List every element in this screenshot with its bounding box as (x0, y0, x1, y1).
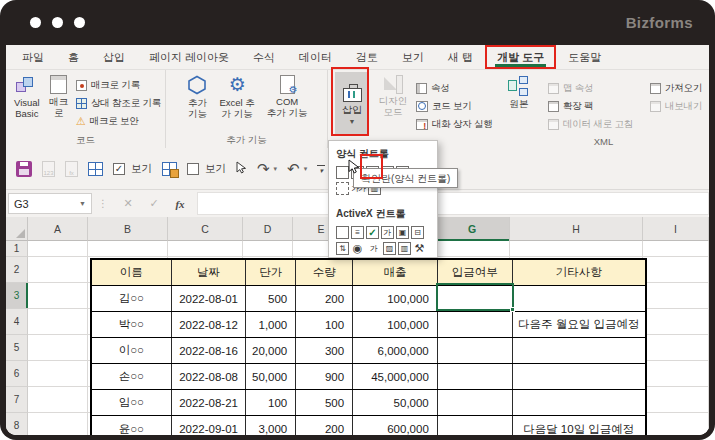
table-header-cell[interactable]: 이름 (92, 260, 172, 285)
ribbon-tab[interactable]: 데이터 (287, 45, 344, 69)
grid-cell[interactable] (510, 241, 643, 257)
table-cell[interactable]: 이○○ (92, 338, 172, 363)
ribbon-tab[interactable]: 보기 (390, 45, 436, 69)
table-cell[interactable]: 300 (296, 338, 353, 363)
table-cell[interactable]: 손○○ (92, 364, 172, 389)
select-cursor-icon[interactable] (236, 160, 247, 178)
ribbon-tab[interactable]: 파일 (10, 45, 56, 69)
row-header[interactable]: 4 (6, 309, 28, 335)
grid-cell[interactable] (243, 241, 293, 257)
row-header[interactable]: 5 (6, 335, 28, 361)
cancel-entry-icon[interactable]: ✕ (115, 197, 141, 210)
import-button[interactable]: 가져오기 (650, 82, 702, 95)
ribbon-tab[interactable]: 도움말 (556, 45, 613, 69)
table-cell[interactable] (438, 312, 513, 337)
name-box-chevron-icon[interactable]: ▼ (79, 200, 86, 207)
table-cell[interactable]: 20,000 (246, 338, 296, 363)
table-cell[interactable] (513, 364, 646, 389)
expansion-packs-button[interactable]: 확장 팩 (548, 100, 633, 113)
ribbon-tab[interactable]: 새 탭 (436, 45, 485, 69)
toggle-button-control[interactable]: ⊟ (411, 226, 424, 239)
addins-button[interactable]: 추가 기능 (185, 73, 209, 122)
table-cell[interactable]: 100 (296, 312, 353, 337)
grid-cell[interactable] (643, 309, 709, 335)
column-header[interactable]: A (28, 217, 88, 241)
window-control-dot[interactable] (30, 17, 41, 28)
table-cell[interactable] (438, 390, 513, 415)
table-cell[interactable]: 900 (296, 364, 353, 389)
table-cell[interactable]: 2022-08-16 (172, 338, 247, 363)
confirm-entry-icon[interactable]: ✓ (141, 197, 167, 210)
view-checkbox-unchecked[interactable] (187, 163, 199, 175)
table-cell[interactable]: 임○○ (92, 390, 172, 415)
table-header-cell[interactable]: 매출 (353, 260, 438, 285)
table-cell[interactable]: 윤○○ (92, 416, 172, 435)
column-header[interactable]: D (243, 217, 293, 241)
save-icon[interactable] (16, 161, 32, 177)
view-code-button[interactable]: 코드 보기 (416, 100, 493, 113)
window-control-dot[interactable] (74, 17, 85, 28)
column-header[interactable]: I (643, 217, 709, 241)
map-properties-button[interactable]: 맵 속성 (548, 82, 633, 95)
more-commands-icon[interactable]: ▾ (317, 165, 325, 173)
ribbon-tab[interactable]: 홈 (56, 45, 91, 69)
paste-formulas-icon[interactable]: fx (65, 161, 78, 177)
row-header[interactable]: 2 (6, 257, 28, 283)
grid-cell[interactable] (28, 309, 88, 335)
table-cell[interactable]: 500 (246, 286, 296, 311)
table-cell[interactable]: 1,000 (246, 312, 296, 337)
refresh-data-button[interactable]: 데이터 새로 고침 (548, 118, 633, 131)
com-addins-button[interactable]: COM 추가 기능 (265, 73, 310, 122)
table-cell[interactable] (513, 286, 646, 311)
column-header[interactable]: B (88, 217, 168, 241)
table-cell[interactable]: 100,000 (353, 286, 438, 311)
table-cell[interactable]: 100 (246, 390, 296, 415)
redo-icon[interactable]: ↷ (257, 161, 270, 176)
label-control[interactable]: 가 (366, 242, 381, 255)
ribbon-tab[interactable]: 수식 (241, 45, 287, 69)
image-control[interactable]: ▨ (383, 242, 396, 255)
grid-cell[interactable] (168, 241, 243, 257)
grid-cell[interactable] (28, 387, 88, 413)
grid-cell[interactable] (643, 335, 709, 361)
table-cell[interactable]: 2022-09-01 (172, 416, 247, 435)
window-control-dot[interactable] (52, 17, 63, 28)
command-button-control[interactable] (336, 226, 349, 239)
grid-cell[interactable] (28, 361, 88, 387)
export-button[interactable]: 내보내기 (650, 100, 702, 113)
use-relative-references-button[interactable]: 상대 참조로 기록 (76, 97, 161, 110)
table-cell[interactable]: 3,000 (246, 416, 296, 435)
grid-cell[interactable] (88, 241, 168, 257)
table-cell[interactable]: 200 (296, 416, 353, 435)
insert-function-button[interactable]: fx (167, 198, 193, 210)
undo-icon[interactable]: ↶ (287, 161, 300, 176)
checkbox-control[interactable]: ✓ (366, 226, 379, 239)
grid-cell[interactable] (643, 387, 709, 413)
macros-button[interactable]: 매크로 (44, 73, 74, 128)
grid-cell[interactable] (643, 413, 709, 435)
table-cell[interactable]: 2022-08-01 (172, 286, 247, 311)
record-macro-button[interactable]: 매크로 기록 (76, 79, 161, 92)
grid-cell[interactable] (28, 413, 88, 435)
row-header[interactable]: 1 (6, 241, 28, 257)
row-header[interactable]: 8 (6, 413, 28, 435)
macro-security-button[interactable]: ⚠ 매크로 보안 (76, 115, 161, 128)
formula-input[interactable] (197, 192, 709, 215)
table-cell[interactable] (438, 364, 513, 389)
grid-cell[interactable] (28, 283, 88, 309)
name-box[interactable]: G3 ▼ (8, 193, 92, 214)
table-cell[interactable]: 45,000,000 (353, 364, 438, 389)
run-dialog-button[interactable]: 대화 상자 실행 (416, 118, 493, 131)
row-header[interactable]: 7 (6, 387, 28, 413)
column-header[interactable]: C (168, 217, 243, 241)
table-cell[interactable]: 600,000 (353, 416, 438, 435)
row-header[interactable]: 3 (6, 283, 28, 309)
undo-chevron-icon[interactable]: ▾ (304, 165, 308, 173)
table-cell[interactable]: 100,000 (353, 312, 438, 337)
more-controls-control[interactable]: ⚒ (413, 242, 426, 255)
design-mode-button[interactable]: 디자인 모드 (374, 75, 412, 118)
frame-control[interactable]: ▣ (396, 226, 409, 239)
table-lock-icon[interactable] (162, 162, 177, 176)
grid-cell[interactable] (643, 241, 709, 257)
table-cell[interactable]: 200 (296, 286, 353, 311)
